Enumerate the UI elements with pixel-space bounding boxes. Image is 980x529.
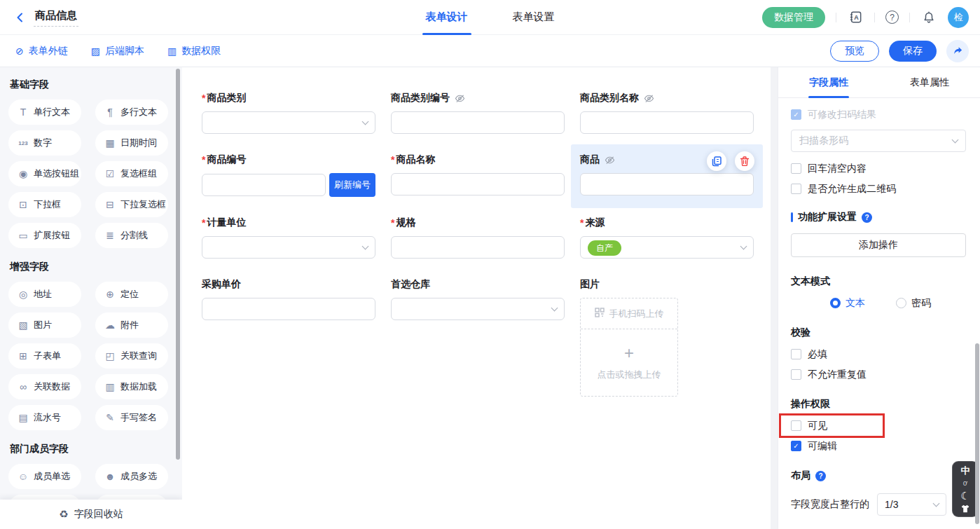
tab-field-properties[interactable]: 字段属性 (778, 67, 879, 97)
sidebar-item-流水号[interactable]: ▤流水号 (8, 405, 81, 430)
field-select[interactable] (202, 236, 375, 259)
sidebar-item-地址[interactable]: ◎地址 (8, 282, 81, 307)
field-input[interactable] (391, 173, 565, 195)
field-label-text: 采购单价 (202, 278, 241, 291)
checkbox-allow-qrcode[interactable]: 是否允许生成二维码 (791, 184, 966, 194)
field-select[interactable]: 自产 (580, 236, 754, 259)
toolbar: ⊘ 表单外链 ▨ 后端脚本 ▥ 数据权限 预览 保存 (0, 35, 980, 67)
theme-shirt-icon[interactable] (960, 504, 970, 514)
preview-button[interactable]: 预览 (830, 41, 879, 62)
required-asterisk: * (202, 217, 205, 228)
sidebar-item-下拉复选框[interactable]: ⊟下拉复选框 (95, 192, 168, 217)
group-layout-label: 布局 (791, 469, 810, 482)
sidebar-item-单选按钮组[interactable]: ◉单选按钮组 (8, 161, 81, 186)
sidebar-item-扩展按钮[interactable]: ▭扩展按钮 (8, 223, 81, 248)
sidebar-item-数据加载[interactable]: ▥数据加载 (95, 374, 168, 399)
add-action-button[interactable]: 添加操作 (791, 233, 966, 257)
bell-icon[interactable] (920, 9, 937, 26)
field-label: 首选仓库 (391, 277, 565, 291)
field-input[interactable] (391, 236, 565, 259)
field-width-select[interactable]: 1/3 (877, 493, 946, 516)
checkbox-no-duplicate[interactable]: 不允许重复值 (791, 369, 966, 380)
plus-icon: + (624, 345, 634, 362)
field-label-text: 首选仓库 (391, 278, 430, 291)
mini-icon[interactable]: ơ (963, 480, 968, 487)
field-type-icon: T (18, 107, 29, 118)
radio-text[interactable]: 文本 (830, 298, 865, 308)
language-icon[interactable]: 中 (961, 465, 970, 477)
field-select[interactable] (202, 111, 375, 134)
sidebar-item-复选框组[interactable]: ☑复选框组 (95, 161, 168, 186)
form-external-link[interactable]: ⊘ 表单外链 (15, 45, 68, 57)
field-recycle-bin-label: 字段回收站 (74, 508, 123, 521)
checkbox-clear-on-enter[interactable]: 回车清空内容 (791, 163, 966, 174)
tab-form-properties[interactable]: 表单属性 (879, 67, 980, 97)
help-icon[interactable]: ? (815, 471, 826, 481)
radio-password[interactable]: 密码 (896, 298, 931, 308)
image-upload-area[interactable]: 手机扫码上传+点击或拖拽上传 (580, 298, 678, 397)
sidebar-item-日期时间[interactable]: ▦日期时间 (95, 130, 168, 156)
field-input[interactable] (202, 298, 375, 320)
sidebar-item-label: 手写签名 (120, 411, 157, 424)
field-input[interactable] (202, 174, 326, 196)
radio-icon (830, 298, 841, 308)
save-button[interactable]: 保存 (889, 41, 937, 62)
canvas-field-计量单位: *计量单位 (202, 216, 375, 259)
canvas-field-商品: 商品 (571, 144, 763, 208)
sidebar-item-单行文本[interactable]: T单行文本 (8, 99, 81, 125)
dark-mode-icon[interactable]: ☾ (960, 490, 969, 501)
annotated-area: 可见 (791, 420, 966, 431)
drag-upload-zone[interactable]: +点击或拖拽上传 (581, 329, 677, 396)
delete-field-button[interactable] (735, 151, 754, 171)
checkbox-editable[interactable]: 可编辑 (791, 441, 966, 451)
required-asterisk: * (580, 217, 584, 228)
svg-text:A: A (854, 14, 859, 21)
field-label-text: 规格 (396, 217, 415, 229)
data-permission-link[interactable]: ▥ 数据权限 (167, 45, 221, 57)
tab-form-settings[interactable]: 表单设置 (513, 0, 555, 35)
sidebar-item-手写签名[interactable]: ✎手写签名 (95, 405, 168, 430)
sidebar-item-分割线[interactable]: ≣分割线 (95, 223, 168, 248)
sidebar-item-下拉框[interactable]: ⊡下拉框 (8, 192, 81, 217)
checkbox-required[interactable]: 必填 (791, 349, 966, 359)
field-select[interactable] (391, 298, 565, 320)
sidebar-item-关联查询[interactable]: ◰关联查询 (95, 343, 168, 369)
topbar-tabs: 表单设计 表单设置 (426, 0, 555, 35)
sidebar-item-数字[interactable]: 123数字 (8, 130, 81, 156)
sidebar-item-子表单[interactable]: ⊞子表单 (8, 343, 81, 369)
back-icon[interactable] (13, 10, 28, 25)
sidebar-item-图片[interactable]: ▧图片 (8, 312, 81, 338)
checkbox-visible[interactable]: 可见 (791, 420, 966, 431)
chevron-down-icon (362, 243, 369, 250)
copy-field-button[interactable] (707, 151, 726, 171)
field-input[interactable] (580, 173, 754, 195)
canvas-field-商品编号: *商品编号刷新编号 (202, 153, 375, 197)
sidebar-item-成员多选[interactable]: ☻成员多选 (95, 464, 168, 489)
help-icon[interactable]: ? (885, 11, 899, 24)
backend-script-link[interactable]: ▨ 后端脚本 (91, 45, 144, 57)
panel-scrollbar[interactable] (975, 343, 979, 524)
journal-icon[interactable]: A (847, 9, 864, 26)
checkbox-label: 可编辑 (808, 440, 837, 453)
data-manage-button[interactable]: 数据管理 (762, 7, 825, 28)
field-label-text: 来源 (585, 217, 605, 229)
sidebar-item-成员单选[interactable]: ☺成员单选 (8, 464, 81, 489)
refresh-number-button[interactable]: 刷新编号 (329, 173, 375, 197)
help-icon[interactable]: ? (862, 212, 872, 223)
avatar[interactable]: 检 (948, 7, 969, 28)
field-input[interactable] (580, 111, 754, 134)
checkbox-icon (791, 441, 801, 451)
field-type-icon: ▧ (18, 320, 29, 331)
field-type-icon: ▦ (104, 137, 116, 149)
field-recycle-bin[interactable]: ♻ 字段回收站 (0, 500, 182, 529)
sidebar-scrollbar[interactable] (176, 69, 180, 460)
scan-upload-row[interactable]: 手机扫码上传 (581, 298, 677, 329)
share-button[interactable] (946, 40, 969, 62)
sidebar-item-定位[interactable]: ⊕定位 (95, 282, 168, 307)
tab-form-design[interactable]: 表单设计 (426, 0, 468, 35)
field-input[interactable] (391, 111, 565, 134)
sidebar-item-关联数据[interactable]: ∞关联数据 (8, 374, 81, 399)
sidebar-item-多行文本[interactable]: ¶多行文本 (95, 99, 168, 125)
sidebar-item-附件[interactable]: ☁附件 (95, 312, 168, 338)
backend-script-label: 后端脚本 (105, 45, 144, 57)
